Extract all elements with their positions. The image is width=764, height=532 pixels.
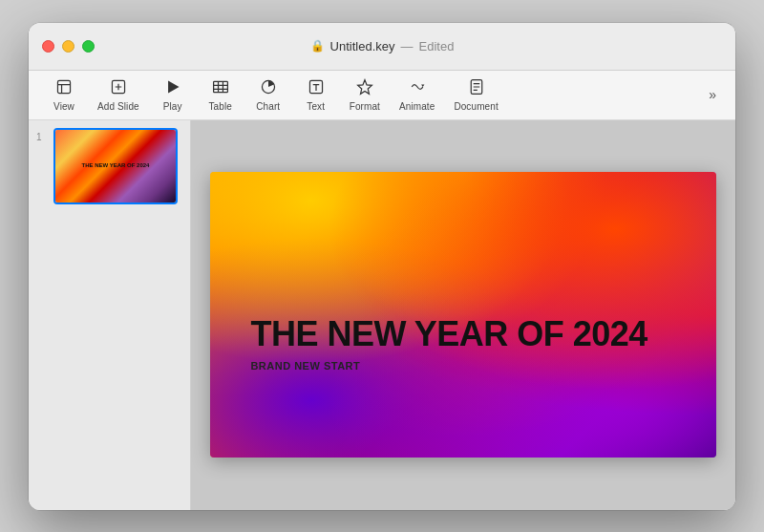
chart-label: Chart (256, 101, 280, 112)
toolbar-document[interactable]: Document (444, 73, 507, 117)
window-status: Edited (419, 39, 455, 53)
toolbar-animate[interactable]: Animate (390, 73, 444, 117)
play-label: Play (163, 101, 182, 112)
slide-thumbnail[interactable]: THE NEW YEAR OF 2024 (53, 128, 178, 204)
table-label: Table (209, 101, 232, 112)
traffic-lights (42, 40, 95, 53)
title-area: 🔒 Untitled.key — Edited (310, 39, 455, 53)
slide-thumb-bg: THE NEW YEAR OF 2024 (55, 130, 176, 202)
titlebar: 🔒 Untitled.key — Edited (29, 23, 735, 71)
svg-marker-6 (168, 80, 179, 93)
window-separator: — (401, 39, 414, 53)
svg-marker-16 (357, 79, 371, 94)
thumb-title: THE NEW YEAR OF 2024 (80, 160, 152, 171)
play-icon (164, 78, 181, 98)
svg-rect-7 (213, 81, 227, 92)
slide-main-title: THE NEW YEAR OF 2024 (250, 315, 675, 353)
slide-canvas[interactable]: THE NEW YEAR OF 2024 BRAND NEW START (210, 172, 716, 457)
list-item[interactable]: 1 THE NEW YEAR OF 2024 (36, 128, 182, 204)
view-label: View (53, 101, 74, 112)
toolbar-more-button[interactable]: » (701, 81, 724, 108)
table-icon (212, 78, 229, 98)
slide-background: THE NEW YEAR OF 2024 BRAND NEW START (210, 172, 716, 457)
maximize-button[interactable] (82, 40, 95, 53)
toolbar-text[interactable]: Text (292, 73, 340, 117)
lock-icon: 🔒 (310, 39, 325, 53)
canvas-area[interactable]: THE NEW YEAR OF 2024 BRAND NEW START (191, 120, 735, 510)
animate-label: Animate (399, 101, 435, 112)
format-icon (356, 78, 373, 98)
svg-rect-0 (57, 80, 70, 93)
add-slide-icon (110, 78, 127, 98)
toolbar-format[interactable]: Format (340, 73, 390, 117)
text-label: Text (307, 101, 325, 112)
toolbar-add-slide[interactable]: Add Slide (88, 73, 149, 117)
svg-marker-17 (421, 84, 424, 86)
animate-icon (409, 78, 426, 98)
chevron-right-icon: » (709, 87, 716, 102)
toolbar-chart[interactable]: Chart (244, 73, 292, 117)
view-icon (55, 78, 73, 98)
toolbar-view[interactable]: View (40, 73, 88, 117)
add-slide-label: Add Slide (97, 101, 139, 112)
slide-panel: 1 THE NEW YEAR OF 2024 (29, 120, 191, 510)
minimize-button[interactable] (62, 40, 74, 53)
main-content: 1 THE NEW YEAR OF 2024 THE NEW YEAR OF 2… (29, 120, 735, 510)
close-button[interactable] (42, 40, 54, 53)
toolbar: View Add Slide Play (29, 71, 735, 120)
document-icon (468, 78, 485, 98)
application-window: 🔒 Untitled.key — Edited View (29, 23, 735, 510)
document-label: Document (454, 101, 498, 112)
format-label: Format (350, 101, 380, 112)
window-title: Untitled.key (330, 39, 395, 53)
slide-subtitle: BRAND NEW START (250, 360, 675, 372)
slide-content: THE NEW YEAR OF 2024 BRAND NEW START (250, 315, 675, 372)
slide-number: 1 (36, 132, 48, 142)
toolbar-table[interactable]: Table (197, 73, 244, 117)
text-icon (308, 78, 325, 98)
toolbar-play[interactable]: Play (149, 73, 197, 117)
chart-icon (260, 78, 277, 98)
